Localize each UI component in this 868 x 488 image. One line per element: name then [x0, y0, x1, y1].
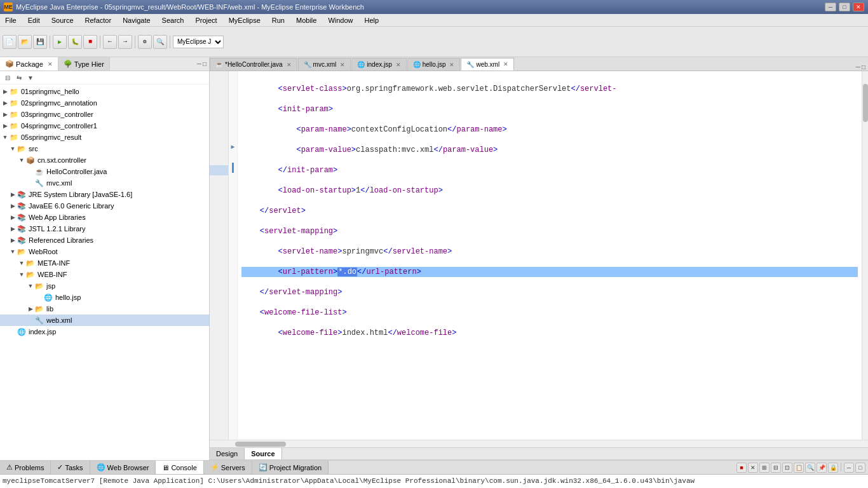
- menu-mobile[interactable]: Mobile: [294, 16, 319, 25]
- link-editor-btn[interactable]: ⇆: [14, 72, 24, 83]
- tab-mvcxml[interactable]: 🔧 mvc.xml ✕: [298, 58, 351, 71]
- menu-navigate[interactable]: Navigate: [120, 16, 153, 25]
- fold-icon: [229, 102, 237, 112]
- console-btn6[interactable]: 📋: [794, 463, 804, 473]
- console-btn8[interactable]: 📌: [817, 463, 827, 473]
- tab-close-btn[interactable]: ✕: [287, 62, 292, 68]
- run-button[interactable]: ▶: [53, 35, 67, 49]
- console-tab[interactable]: 🖥 Console: [156, 461, 203, 474]
- menu-search[interactable]: Search: [159, 16, 187, 25]
- tree-label: Referenced Libraries: [29, 236, 93, 244]
- source-tab[interactable]: Source: [245, 448, 281, 459]
- tree-item-jstl[interactable]: ▶ 📚 JSTL 1.2.1 Library: [0, 223, 209, 234]
- tab-panel-maximize[interactable]: □: [862, 64, 865, 71]
- menu-help[interactable]: Help: [362, 16, 382, 25]
- type-hierarchy-tab[interactable]: 🌳 Type Hier: [58, 57, 110, 71]
- collapse-all-btn[interactable]: ⊟: [3, 72, 13, 83]
- save-button[interactable]: 💾: [33, 35, 47, 49]
- tree-item-webapp[interactable]: ▶ 📚 Web App Libraries: [0, 212, 209, 223]
- tab-indexjsp[interactable]: 🌐 index.jsp ✕: [351, 58, 406, 71]
- menu-edit[interactable]: Edit: [25, 16, 43, 25]
- maximize-panel-btn[interactable]: □: [203, 60, 207, 67]
- build-button[interactable]: ⚙: [138, 35, 152, 49]
- stop-button[interactable]: ■: [83, 35, 97, 49]
- tree-item-web-inf[interactable]: ▼ 📂 WEB-INF: [0, 269, 209, 280]
- new-button[interactable]: 📄: [3, 35, 17, 49]
- console-btn4[interactable]: ⊟: [771, 463, 781, 473]
- tab-panel-minimize[interactable]: ─: [856, 64, 860, 71]
- expand-icon: ▶: [1, 99, 9, 107]
- tree-item-jre[interactable]: ▶ 📚 JRE System Library [JavaSE-1.6]: [0, 189, 209, 200]
- console-btn5[interactable]: ⊡: [782, 463, 792, 473]
- tree-item-hellocontroller[interactable]: ☕ HelloController.java: [0, 166, 209, 177]
- tree-item-jsp[interactable]: ▼ 📂 jsp: [0, 280, 209, 292]
- servers-tab[interactable]: ⚡ Servers: [204, 461, 252, 474]
- tree-item-meta-inf[interactable]: ▼ 📂 META-INF: [0, 257, 209, 269]
- webbrowser-tab[interactable]: 🌐 Web Browser: [90, 461, 156, 474]
- tree-item-05springmvc[interactable]: ▼ 📁 05springmvc_result: [0, 132, 209, 143]
- package-tab[interactable]: 📦 Package ✕: [0, 57, 58, 71]
- tab-hellojsp[interactable]: 🌐 hello.jsp ✕: [407, 58, 461, 71]
- tree-label: src: [29, 145, 38, 152]
- code-scroll-area[interactable]: ▶ <servlet-class>org.springframework.web…: [210, 71, 868, 440]
- maximize-button[interactable]: □: [839, 3, 850, 11]
- horizontal-scrollbar[interactable]: [210, 440, 868, 447]
- tab-close-btn[interactable]: ✕: [449, 62, 454, 68]
- menu-refactor[interactable]: Refactor: [83, 16, 114, 25]
- console-btn2[interactable]: ✕: [748, 463, 758, 473]
- window-controls[interactable]: ─ □ ✕: [825, 3, 864, 11]
- tree-item-04springmvc[interactable]: ▶ 📁 04springmvc_controller1: [0, 120, 209, 132]
- tree-item-package[interactable]: ▼ 📦 cn.sxt.controller: [0, 154, 209, 166]
- tree-item-referenced-libs[interactable]: ▶ 📚 Referenced Libraries: [0, 234, 209, 246]
- menu-project[interactable]: Project: [193, 16, 219, 25]
- migration-tab[interactable]: 🔄 Project Migration: [252, 461, 329, 474]
- design-tab[interactable]: Design: [210, 448, 245, 459]
- menu-file[interactable]: File: [3, 16, 19, 25]
- menu-window[interactable]: Window: [325, 16, 355, 25]
- code-content[interactable]: <servlet-class>org.springframework.web.s…: [238, 71, 862, 440]
- scroll-thumb[interactable]: [863, 84, 868, 122]
- tree-menu-btn[interactable]: ▼: [25, 72, 36, 83]
- tree-item-mvcxml[interactable]: 🔧 mvc.xml: [0, 177, 209, 189]
- menu-myeclipse[interactable]: MyEclipse: [226, 16, 263, 25]
- perspective-combo[interactable]: MyEclipse J...: [173, 36, 224, 48]
- panel-maximize-btn[interactable]: □: [855, 463, 865, 473]
- tree-item-lib[interactable]: ▶ 📂 lib: [0, 303, 209, 315]
- panel-minimize-btn[interactable]: ─: [844, 463, 854, 473]
- tab-close-btn[interactable]: ✕: [503, 61, 508, 67]
- debug-button[interactable]: 🐛: [68, 35, 82, 49]
- stop-console-btn[interactable]: ■: [736, 463, 747, 473]
- console-btn7[interactable]: 🔍: [805, 463, 815, 473]
- tree-item-02springmvc[interactable]: ▶ 📁 02springmvc_annotation: [0, 97, 209, 109]
- tab-webxml[interactable]: 🔧 web.xml ✕: [461, 58, 514, 71]
- tab-hellocontroller[interactable]: ☕ *HelloController.java ✕: [210, 58, 297, 71]
- minimize-button[interactable]: ─: [825, 3, 836, 11]
- search-button[interactable]: 🔍: [153, 35, 167, 49]
- tree-item-03springmvc[interactable]: ▶ 📁 03springmvc_controller: [0, 109, 209, 120]
- menu-source[interactable]: Source: [49, 16, 76, 25]
- tree-item-src[interactable]: ▼ 📂 src: [0, 143, 209, 154]
- console-btn3[interactable]: ⊞: [759, 463, 770, 473]
- tree-item-webroot[interactable]: ▼ 📂 WebRoot: [0, 246, 209, 257]
- tasks-label: Tasks: [65, 464, 83, 471]
- tree-item-index-jsp[interactable]: 🌐 index.jsp: [0, 326, 209, 337]
- webbrowser-label: Web Browser: [107, 464, 149, 471]
- tab-close-btn[interactable]: ✕: [396, 62, 401, 68]
- tree-item-01springmvc[interactable]: ▶ 📁 01springmvc_hello: [0, 86, 209, 97]
- minimize-panel-btn[interactable]: ─: [197, 60, 201, 67]
- h-scroll-thumb[interactable]: [235, 442, 286, 447]
- console-scroll-lock[interactable]: 🔒: [828, 463, 838, 473]
- tree-item-webxml[interactable]: 🔧 web.xml: [0, 315, 209, 326]
- package-tab-close[interactable]: ✕: [48, 61, 53, 67]
- forward-button[interactable]: →: [118, 35, 132, 49]
- tasks-tab[interactable]: ✓ Tasks: [51, 461, 90, 474]
- vertical-scrollbar[interactable]: [862, 71, 868, 440]
- open-button[interactable]: 📂: [18, 35, 32, 49]
- tree-item-hello-jsp[interactable]: 🌐 hello.jsp: [0, 292, 209, 303]
- menu-run[interactable]: Run: [269, 16, 287, 25]
- back-button[interactable]: ←: [103, 35, 117, 49]
- close-button[interactable]: ✕: [853, 3, 864, 11]
- problems-tab[interactable]: ⚠ Problems: [0, 461, 51, 474]
- tab-close-btn[interactable]: ✕: [340, 62, 345, 68]
- tree-item-javaee[interactable]: ▶ 📚 JavaEE 6.0 Generic Library: [0, 200, 209, 212]
